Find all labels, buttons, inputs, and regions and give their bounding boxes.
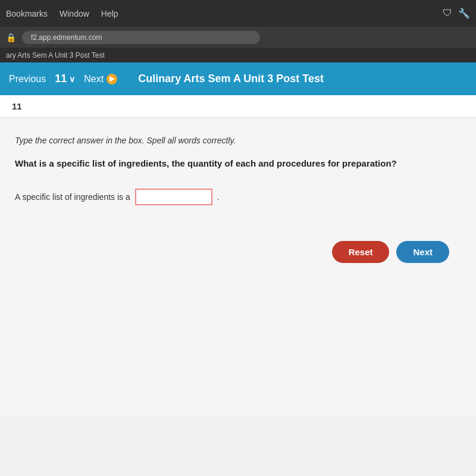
answer-row: A specific list of ingredients is a . xyxy=(15,189,461,205)
chevron-down-icon: ∨ xyxy=(69,74,75,84)
question-text: What is a specific list of ingredients, … xyxy=(15,157,461,171)
button-row: Reset Next xyxy=(15,235,461,269)
security-icon: 🔒 xyxy=(6,33,16,42)
next-circle-icon: ▶ xyxy=(107,74,117,84)
next-label-nav: Next xyxy=(84,74,104,84)
help-menu[interactable]: Help xyxy=(101,9,118,18)
browser-menu[interactable]: Bookmarks Window Help xyxy=(6,9,118,18)
question-number-label: 11 xyxy=(55,73,67,85)
next-button-nav[interactable]: Next ▶ xyxy=(84,74,117,84)
bookmarks-menu[interactable]: Bookmarks xyxy=(6,9,48,18)
previous-button[interactable]: Previous xyxy=(9,74,46,84)
main-content: 11 Type the correct answer in the box. S… xyxy=(0,95,476,476)
answer-prefix: A specific list of ingredients is a xyxy=(15,192,130,202)
question-number: 11 xyxy=(12,101,22,111)
address-bar[interactable]: f2.app.edmentum.com xyxy=(22,31,260,44)
address-bar-row: 🔒 f2.app.edmentum.com xyxy=(0,27,476,48)
page-title: Culinary Arts Sem A Unit 3 Post Test xyxy=(138,73,324,85)
question-body: Type the correct answer in the box. Spel… xyxy=(0,118,476,415)
shield-icon: 🛡 xyxy=(443,8,452,19)
window-menu[interactable]: Window xyxy=(60,9,89,18)
tab-bar: ary Arts Sem A Unit 3 Post Test xyxy=(0,48,476,62)
reset-button[interactable]: Reset xyxy=(332,241,390,263)
question-header: 11 xyxy=(0,95,476,118)
extension-icon: 🔧 xyxy=(458,8,470,19)
answer-input[interactable] xyxy=(135,189,212,205)
tab-label[interactable]: ary Arts Sem A Unit 3 Post Test xyxy=(6,51,105,60)
instruction-text: Type the correct answer in the box. Spel… xyxy=(15,136,461,145)
question-number-nav[interactable]: 11 ∨ xyxy=(55,73,75,85)
browser-bar: Bookmarks Window Help 🛡 🔧 xyxy=(0,0,476,27)
browser-icons: 🛡 🔧 xyxy=(443,8,470,19)
nav-bar: Previous 11 ∨ Next ▶ Culinary Arts Sem A… xyxy=(0,62,476,95)
next-button[interactable]: Next xyxy=(396,241,449,263)
answer-period: . xyxy=(217,192,220,202)
